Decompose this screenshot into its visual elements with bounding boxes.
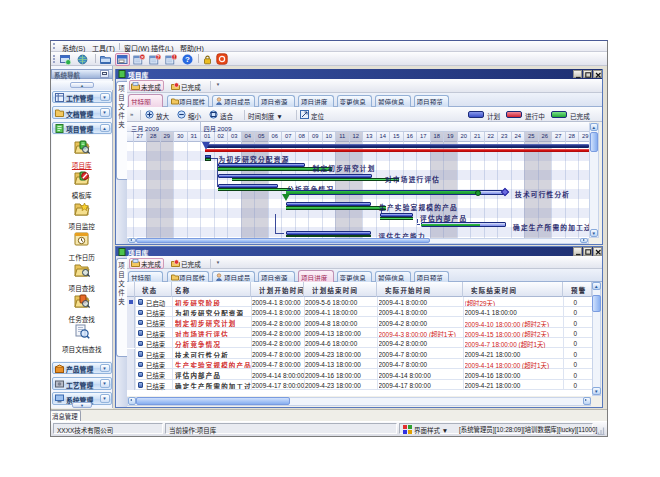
svg-text:?: ?	[185, 55, 190, 64]
svg-text:?: ?	[156, 54, 159, 59]
svg-text:×: ×	[140, 54, 143, 59]
